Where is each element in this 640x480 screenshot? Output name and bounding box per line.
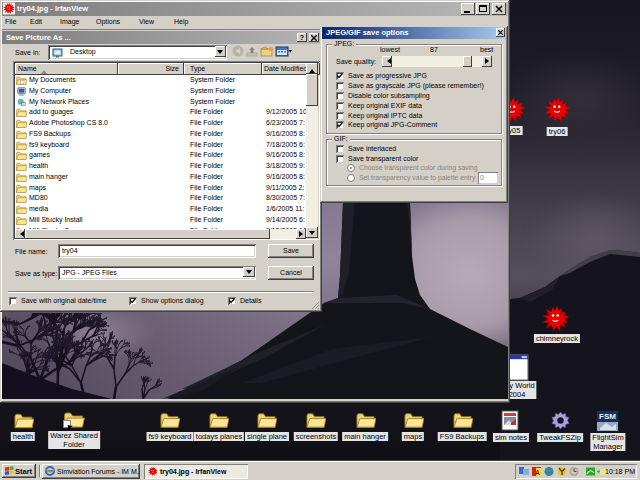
svg-text:FSM: FSM [599, 412, 616, 421]
svg-text:A: A [535, 469, 540, 476]
